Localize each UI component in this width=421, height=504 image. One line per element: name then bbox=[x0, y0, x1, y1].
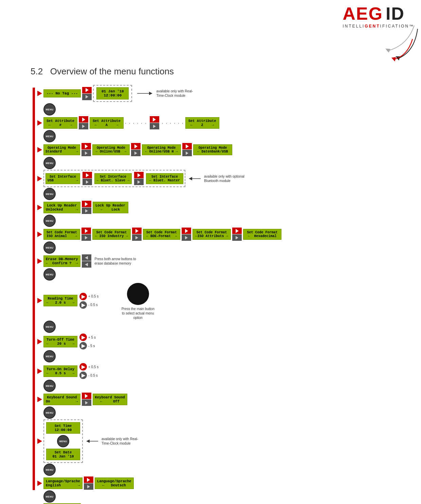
nav-pair-1[interactable] bbox=[82, 87, 92, 100]
menu-circle-5[interactable]: MENU bbox=[43, 215, 56, 227]
nav-pair-12[interactable] bbox=[182, 228, 191, 241]
reading-plus-btn[interactable]: ▶ bbox=[79, 293, 87, 300]
reading-plus-label: + 0.5 s bbox=[88, 294, 98, 298]
menu-circle-2[interactable]: MENU bbox=[43, 130, 56, 142]
svg-marker-2 bbox=[391, 57, 396, 61]
lang-english-box: Language/SpracheEnglish → bbox=[43, 478, 83, 489]
nav-pair-14[interactable] bbox=[82, 393, 91, 406]
turnon-delay-box: Turn-On Delay← 0.5 s → bbox=[43, 365, 77, 377]
nav-pair-4[interactable] bbox=[81, 143, 91, 156]
turnoff-plus-btn[interactable]: ▶ bbox=[79, 334, 87, 341]
menu-circle-7[interactable]: MENU bbox=[43, 268, 56, 281]
set-attr-hash-box: Set Attribute← # → bbox=[43, 117, 77, 129]
menu-circle-14[interactable]: MENU bbox=[43, 490, 56, 503]
iface-dashed-wrapper: Set InterfaceUSB → Set Interface← Bluet.… bbox=[43, 170, 185, 187]
svg-marker-4 bbox=[149, 92, 152, 95]
nav-pair-6[interactable] bbox=[182, 143, 192, 156]
row-code-format: Set Code FormatISO Animal → Set Code For… bbox=[37, 228, 407, 241]
rtc-dashed-box: 01 Jan '1012:00:00 bbox=[93, 85, 132, 102]
turnoff-minus-btn[interactable]: ▶ bbox=[79, 342, 87, 349]
rtc-display-box: 01 Jan '1012:00:00 bbox=[96, 87, 129, 100]
turnon-plus-btn[interactable]: ▶ bbox=[79, 363, 87, 371]
row-set-interface: Set InterfaceUSB → Set Interface← Bluet.… bbox=[37, 170, 407, 187]
op-online-usb-h-box: Operating Mode← Online/USB H → bbox=[142, 144, 181, 155]
turnoff-minus-label: - 5 s bbox=[88, 344, 95, 348]
lockup-lock-box: Lock Up Reader← Lock bbox=[93, 202, 128, 213]
no-tag-box: --- No Tag --- bbox=[43, 89, 81, 97]
red-vertical-line bbox=[33, 88, 35, 490]
section-title: 5.2 Overview of the menu functions bbox=[31, 66, 174, 77]
erase-annotation: Press both arrow buttons to erase databa… bbox=[95, 257, 139, 266]
menu-circle-6[interactable]: MENU bbox=[43, 241, 56, 254]
code-industry-box: Set Code Format← ISO Industry → bbox=[92, 229, 131, 240]
menu-circle-9[interactable]: MENU bbox=[43, 350, 56, 362]
row-erase-db: Erase DB-Memory← Confirm ? → Press both … bbox=[37, 254, 407, 268]
keyboard-off-box: Keyboard Sound← Off bbox=[93, 394, 127, 405]
row-set-attr: Set Attribute← # → Set Attribute← A → · … bbox=[37, 116, 407, 129]
svg-marker-0 bbox=[385, 49, 390, 53]
set-date-box: Set Date01 Jan '10 bbox=[46, 449, 80, 460]
menu-circle-8[interactable]: MENU bbox=[43, 321, 56, 333]
lang-deutsch-box: Language/Sprache← Deutsch bbox=[95, 478, 134, 489]
deco-arrows bbox=[346, 19, 421, 63]
main-button-circle[interactable] bbox=[127, 283, 149, 305]
row-keyboard-sound: Keyboard SoundOn → Keyboard Sound← Off bbox=[37, 393, 407, 406]
menu-circle-4[interactable]: MENU bbox=[43, 188, 56, 200]
set-attr-z-box: Set Attribute← Z → bbox=[185, 117, 219, 129]
op-standard-box: Operating ModeStandard → bbox=[43, 144, 80, 155]
turnoff-plus-label: + 5 s bbox=[88, 336, 96, 339]
nav-pair-5[interactable] bbox=[131, 143, 141, 156]
menu-circle-12[interactable]: MENU bbox=[57, 435, 69, 447]
code-bde-box: Set Code Format← BDE-Format → bbox=[143, 229, 180, 240]
svg-marker-6 bbox=[189, 177, 192, 180]
op-datenbank-box: Operating Mode← Datenbank/USB bbox=[193, 144, 232, 155]
bluetooth-annotation: available only with optional Bluetooth m… bbox=[204, 174, 245, 183]
time-date-dashed-wrapper: Set Time12:00:00 MENU Set Date01 Jan '10 bbox=[43, 419, 83, 463]
keyboard-on-box: Keyboard SoundOn → bbox=[43, 394, 80, 405]
nav-pair-2[interactable] bbox=[79, 116, 88, 129]
main-diagram: --- No Tag --- 01 Jan '1012:00:00 availa… bbox=[34, 85, 407, 504]
rtc2-annotation: available only with Real-Time-Clock modu… bbox=[102, 437, 142, 446]
row-language: Language/SpracheEnglish → Language/Sprac… bbox=[37, 476, 407, 490]
erase-db-box: Erase DB-Memory← Confirm ? → bbox=[43, 255, 80, 267]
row-reading-time: Reading Time← 2.0 s → ▶ + 0.5 s ▶ - 0.5 … bbox=[37, 281, 407, 320]
nav-pair-3[interactable] bbox=[150, 116, 159, 129]
iface-master-box: Set Interface← Bluet. Master bbox=[146, 173, 183, 184]
code-iso-attr-box: Set Code Format←ISO Attributs → bbox=[193, 229, 231, 240]
nav-pair-10[interactable] bbox=[81, 228, 91, 241]
nav-pair-7[interactable] bbox=[83, 172, 92, 185]
row-set-time-date: Set Time12:00:00 MENU Set Date01 Jan '10… bbox=[37, 419, 407, 463]
turnon-minus-btn[interactable]: ▶ bbox=[79, 372, 87, 379]
set-attr-a-box: Set Attribute← A → bbox=[90, 117, 124, 129]
nav-pair-11[interactable] bbox=[132, 228, 142, 241]
op-online-usb-box: Operating Mode← Online/USB → bbox=[92, 144, 130, 155]
nav-pair-15[interactable] bbox=[84, 476, 93, 490]
rtc-annotation: available only with Real-Time-Clock modu… bbox=[156, 89, 197, 98]
set-time-box: Set Time12:00:00 bbox=[46, 422, 80, 434]
nav-pair-8[interactable] bbox=[134, 172, 144, 185]
lockup-unlocked-box: Lock Up ReaderUnlocked → bbox=[43, 202, 80, 213]
reading-time-box: Reading Time← 2.0 s → bbox=[43, 295, 77, 306]
row-op-mode: Operating ModeStandard → Operating Mode←… bbox=[37, 143, 407, 156]
nav-pair-13[interactable] bbox=[232, 228, 242, 241]
menu-circle-11[interactable]: MENU bbox=[43, 407, 56, 419]
turnon-minus-label: - 0.5 s bbox=[88, 374, 98, 377]
reading-minus-btn[interactable]: ▶ bbox=[79, 301, 87, 309]
turnoff-time-box: Turn-Off Time← 20 s → bbox=[43, 336, 77, 347]
menu-circle-13[interactable]: MENU bbox=[43, 464, 56, 476]
menu-circle-3[interactable]: MENU bbox=[43, 157, 56, 169]
menu-circle-1[interactable]: MENU bbox=[43, 103, 56, 115]
reading-minus-label: - 0.5 s bbox=[88, 303, 98, 307]
row-lockup: Lock Up ReaderUnlocked → Lock Up Reader←… bbox=[37, 201, 407, 214]
row-no-tag: --- No Tag --- 01 Jan '1012:00:00 availa… bbox=[37, 85, 407, 102]
svg-marker-8 bbox=[86, 439, 90, 443]
main-btn-annotation: Press the main button to select actual m… bbox=[121, 307, 155, 320]
row-turnoff-time: Turn-Off Time← 20 s → ▶ + 5 s ▶ - 5 s bbox=[37, 334, 407, 349]
code-hex-box: Set Code Format← Hexadecimal bbox=[243, 229, 281, 240]
row-turnon-delay: Turn-On Delay← 0.5 s → ▶ + 0.5 s ▶ - 0.5… bbox=[37, 363, 407, 379]
menu-circle-10[interactable]: MENU bbox=[43, 380, 56, 392]
nav-pair-9[interactable] bbox=[82, 201, 91, 214]
iface-usb-box: Set InterfaceUSB → bbox=[45, 173, 80, 184]
code-animal-box: Set Code FormatISO Animal → bbox=[43, 229, 80, 240]
iface-slave-box: Set Interface← Bluet. Slave → bbox=[94, 173, 132, 184]
